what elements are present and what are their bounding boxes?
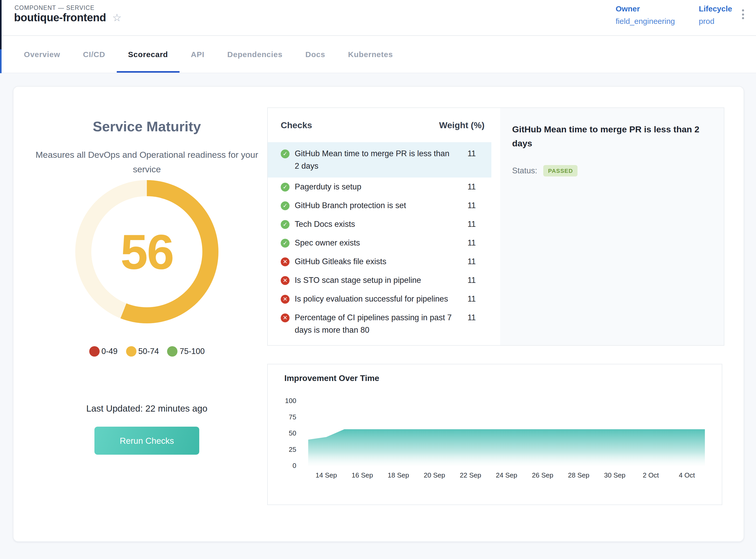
main-content: Service Maturity Measures all DevOps and… <box>0 73 756 542</box>
check-fail-icon: ✕ <box>281 294 290 304</box>
check-row[interactable]: ✕Is STO scan stage setup in pipeline11 <box>268 271 491 290</box>
check-row[interactable]: ✓GitHub Branch protection is set11 <box>268 196 491 215</box>
tab-dependencies[interactable]: Dependencies <box>216 36 294 73</box>
checks-rows: ✓GitHub Mean time to merge PR is less th… <box>268 142 500 339</box>
check-row[interactable]: ✕GitHub Gitleaks file exists11 <box>268 252 491 271</box>
svg-text:50: 50 <box>289 429 296 437</box>
improvement-area-chart: 025507510014 Sep16 Sep18 Sep20 Sep22 Sep… <box>278 390 717 494</box>
check-weight: 11 <box>452 181 491 193</box>
owner-block: Owner field_engineering <box>616 4 675 25</box>
check-label: GitHub Branch protection is set <box>295 199 452 212</box>
kebab-menu-icon[interactable] <box>739 6 747 22</box>
svg-text:16 Sep: 16 Sep <box>351 471 373 479</box>
legend-dot <box>167 346 178 357</box>
improvement-chart-card: Improvement Over Time 025507510014 Sep16… <box>267 364 722 505</box>
tab-docs[interactable]: Docs <box>294 36 337 73</box>
svg-text:14 Sep: 14 Sep <box>316 471 337 479</box>
check-label: Is STO scan stage setup in pipeline <box>295 274 452 287</box>
check-label: Is policy evaluation successful for pipe… <box>295 293 452 305</box>
left-nav-active-edge <box>0 49 2 73</box>
check-pass-icon: ✓ <box>281 220 290 229</box>
svg-text:4 Oct: 4 Oct <box>679 471 695 479</box>
check-row[interactable]: ✕Percentage of CI pipelines passing in p… <box>268 308 491 339</box>
svg-text:26 Sep: 26 Sep <box>532 471 553 479</box>
check-label: GitHub Gitleaks file exists <box>295 255 452 268</box>
lifecycle-block: Lifecycle prod <box>699 4 732 25</box>
check-fail-icon: ✕ <box>281 313 290 322</box>
check-weight: 11 <box>452 274 491 287</box>
favorite-star-icon[interactable]: ☆ <box>112 13 122 23</box>
check-pass-icon: ✓ <box>281 239 290 247</box>
check-weight: 11 <box>452 218 491 230</box>
svg-text:2 Oct: 2 Oct <box>643 471 659 479</box>
check-row[interactable]: ✓Tech Docs exists11 <box>268 215 491 233</box>
tab-bar: OverviewCI/CDScorecardAPIDependenciesDoc… <box>0 36 756 73</box>
last-updated: Last Updated: 22 minutes ago <box>26 403 267 414</box>
improvement-chart-title: Improvement Over Time <box>284 374 722 383</box>
checks-panel: Checks Weight (%) ✓GitHub Mean time to m… <box>267 108 724 346</box>
page-title: boutique-frontend <box>14 12 106 24</box>
tab-api[interactable]: API <box>180 36 216 73</box>
entity-meta: Owner field_engineering Lifecycle prod <box>616 4 732 25</box>
svg-text:28 Sep: 28 Sep <box>568 471 589 479</box>
scorecard-subtitle: Measures all DevOps and Operational read… <box>29 148 264 177</box>
checks-table-header: Checks Weight (%) <box>281 120 496 131</box>
check-pass-icon: ✓ <box>281 201 290 210</box>
legend-item-75-100: 75-100 <box>167 346 205 357</box>
check-status-row: Status: PASSED <box>512 165 711 177</box>
lifecycle-label: Lifecycle <box>699 4 732 13</box>
check-row[interactable]: ✕Is policy evaluation successful for pip… <box>268 290 491 308</box>
check-pass-icon: ✓ <box>281 149 290 158</box>
svg-text:22 Sep: 22 Sep <box>460 471 481 479</box>
check-weight: 11 <box>452 255 491 268</box>
check-label: Spec owner exists <box>295 237 452 249</box>
left-nav-edge <box>0 0 2 49</box>
check-weight: 11 <box>452 237 491 249</box>
check-row[interactable]: ✓GitHub Mean time to merge PR is less th… <box>268 142 491 178</box>
weight-column-header: Weight (%) <box>428 120 496 131</box>
rerun-checks-button[interactable]: Rerun Checks <box>94 427 199 455</box>
check-row[interactable]: ✓Pagerduty is setup11 <box>268 178 491 196</box>
lifecycle-value: prod <box>699 17 732 25</box>
score-legend: 0-4950-7475-100 <box>26 346 267 357</box>
check-weight: 11 <box>452 199 491 212</box>
checks-table: Checks Weight (%) ✓GitHub Mean time to m… <box>268 108 500 345</box>
tab-scorecard[interactable]: Scorecard <box>117 36 180 73</box>
page: COMPONENT — SERVICE boutique-frontend ☆ … <box>0 0 756 559</box>
check-row[interactable]: ✓Spec owner exists11 <box>268 233 491 252</box>
check-fail-icon: ✕ <box>281 257 290 266</box>
check-label: GitHub Mean time to merge PR is less tha… <box>295 148 452 172</box>
svg-text:25: 25 <box>289 446 296 453</box>
breadcrumb: COMPONENT — SERVICE <box>15 5 94 11</box>
scorecard-card: Service Maturity Measures all DevOps and… <box>13 86 744 542</box>
scorecard-title: Service Maturity <box>26 117 267 136</box>
check-pass-icon: ✓ <box>281 182 290 191</box>
legend-item-0-49: 0-49 <box>89 346 117 357</box>
tab-kubernetes[interactable]: Kubernetes <box>337 36 405 73</box>
tab-ci-cd[interactable]: CI/CD <box>72 36 117 73</box>
svg-text:75: 75 <box>289 413 296 421</box>
check-fail-icon: ✕ <box>281 276 290 285</box>
maturity-summary: Service Maturity Measures all DevOps and… <box>26 87 267 455</box>
svg-text:18 Sep: 18 Sep <box>388 471 409 479</box>
owner-label: Owner <box>616 4 675 13</box>
legend-dot <box>89 346 99 357</box>
legend-item-50-74: 50-74 <box>126 346 159 357</box>
checks-column-header: Checks <box>281 120 428 131</box>
svg-text:30 Sep: 30 Sep <box>604 471 625 479</box>
score-value: 56 <box>120 223 173 280</box>
check-detail-title: GitHub Mean time to merge PR is less tha… <box>512 122 711 151</box>
check-weight: 11 <box>452 293 491 305</box>
tab-overview[interactable]: Overview <box>13 36 72 73</box>
svg-text:0: 0 <box>293 462 296 469</box>
check-label: Pagerduty is setup <box>295 181 452 193</box>
owner-value[interactable]: field_engineering <box>616 17 675 25</box>
svg-text:100: 100 <box>285 397 296 405</box>
header: COMPONENT — SERVICE boutique-frontend ☆ … <box>0 0 756 36</box>
score-donut-chart: 56 <box>75 180 219 323</box>
check-detail-panel: GitHub Mean time to merge PR is less tha… <box>500 108 724 345</box>
check-weight: 11 <box>452 311 491 324</box>
legend-dot <box>126 346 136 357</box>
svg-text:24 Sep: 24 Sep <box>496 471 517 479</box>
check-label: Percentage of CI pipelines passing in pa… <box>295 311 452 336</box>
